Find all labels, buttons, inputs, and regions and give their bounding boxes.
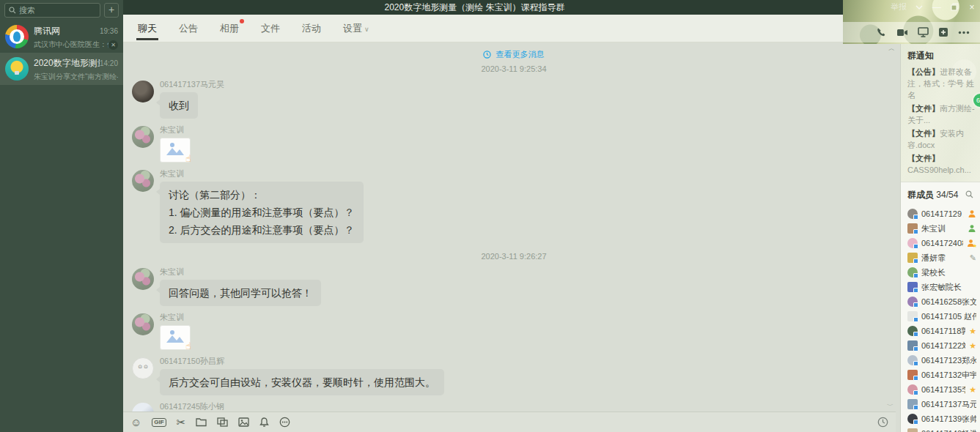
tab-announcements[interactable]: 公告: [177, 15, 199, 42]
avatar: [907, 428, 918, 432]
skin-decoration: 举报 — ×: [843, 0, 980, 44]
tab-albums[interactable]: 相册: [218, 15, 240, 42]
load-more-messages-link[interactable]: 查看更多消息: [132, 47, 896, 62]
message-bubble[interactable]: 后方交会可自由设站，安装仪器，要顺时针，使用范围大。: [160, 369, 444, 395]
image-placeholder-icon: [166, 141, 185, 156]
scroll-down-icon[interactable]: ﹀: [887, 401, 894, 411]
avatar[interactable]: [132, 357, 154, 379]
avatar[interactable]: [132, 170, 154, 192]
send-image-icon[interactable]: [238, 417, 249, 427]
image-attachment[interactable]: ☝: [160, 325, 191, 350]
send-file-icon[interactable]: [196, 418, 207, 427]
notice-item[interactable]: 【公告】进群改备注，格式：学号 姓名: [907, 66, 980, 101]
notice-item[interactable]: 【文件】CASS90help.ch...: [907, 152, 980, 176]
capture-window-icon[interactable]: [217, 417, 228, 427]
chat-list-item-tencent[interactable]: 腾讯网 19:36 武汉市中心医院医生：传... ✕: [0, 21, 123, 53]
scroll-up-icon[interactable]: ︿: [888, 44, 895, 53]
report-link[interactable]: 举报: [891, 1, 907, 12]
message: 朱宝训 ☝: [132, 312, 896, 350]
message-list[interactable]: 查看更多消息 2020-3-11 9:25:34 061417137马元昊 收到…: [123, 42, 896, 411]
avatar[interactable]: [132, 313, 154, 335]
member-row[interactable]: 061417122刘洋★: [901, 338, 980, 353]
member-row[interactable]: 061417137马元昊: [901, 397, 980, 411]
dismiss-icon[interactable]: ✕: [108, 40, 118, 50]
chat-preview: 武汉市中心医院医生：传...: [34, 40, 108, 50]
chat-list-item-course-group[interactable]: 2020数字地形测量（ 14:20 朱宝训分享文件“南方测绘-关...: [0, 53, 123, 85]
timestamp: 2020-3-11 9:25:34: [132, 62, 896, 76]
avatar[interactable]: [132, 126, 154, 148]
admin-icon: [968, 224, 976, 233]
add-app-icon[interactable]: [938, 27, 948, 37]
video-call-icon[interactable]: [896, 28, 908, 37]
group-tabbar: 聊天 公告 相册 文件 活动 设置∨: [123, 15, 843, 42]
member-row[interactable]: 061417123郑永康: [901, 353, 980, 368]
pointer-hand-icon: ☝: [185, 153, 191, 164]
image-attachment[interactable]: ☝: [160, 138, 191, 163]
message-input-toolbar: ☺ GIF ✂: [123, 411, 896, 432]
sender-name: 061417245陈小钢: [160, 401, 495, 411]
search-input[interactable]: 搜索: [4, 3, 100, 18]
member-row[interactable]: 梁校长: [901, 265, 980, 280]
call-toolbar: [843, 22, 980, 42]
more-tools-icon[interactable]: [279, 417, 290, 428]
screen-share-icon[interactable]: [918, 27, 929, 37]
group-title: 2020数字地形测量（测绘 朱宝训）课程指导群: [123, 0, 826, 15]
member-row[interactable]: 061417132申宇: [901, 368, 980, 382]
screenshot-icon[interactable]: ✂: [177, 417, 186, 428]
notice-item[interactable]: 【文件】南方测绘-关于...: [907, 103, 980, 126]
message-bubble[interactable]: 收到: [160, 92, 198, 119]
sender-name: 061417137马元昊: [160, 79, 224, 90]
message: 061417137马元昊 收到: [132, 79, 896, 119]
voice-call-icon[interactable]: [876, 27, 887, 38]
typing-pencil-icon: ✎: [970, 253, 976, 263]
group-side-panel: 群通知 【公告】进群改备注，格式：学号 姓名 【文件】南方测绘-关于... 【文…: [900, 44, 980, 432]
member-row[interactable]: 潘妍霏✎: [901, 250, 980, 265]
message: 朱宝训 回答问题，其他同学可以抢答！: [132, 267, 896, 306]
message-history-icon[interactable]: [877, 417, 888, 428]
avatar: [907, 238, 918, 248]
image-placeholder-icon: [166, 329, 185, 343]
avatar: [907, 282, 918, 292]
avatar[interactable]: [132, 268, 154, 290]
tab-chat[interactable]: 聊天: [136, 15, 158, 42]
tab-activities[interactable]: 活动: [301, 15, 323, 42]
search-icon: [9, 7, 16, 14]
message-bubble[interactable]: 讨论（第二部分）： 1. 偏心测量的用途和注意事项（要点）？ 2. 后方交会的用…: [160, 182, 364, 243]
member-row[interactable]: 061417135李昊★: [901, 382, 980, 397]
sender-name: 朱宝训: [160, 124, 191, 135]
create-chat-button[interactable]: +: [104, 3, 119, 18]
avatar: [907, 399, 918, 409]
close-button[interactable]: ×: [967, 2, 977, 12]
tab-settings[interactable]: 设置∨: [342, 15, 371, 42]
avatar[interactable]: [132, 403, 154, 411]
member-row[interactable]: 061417129 王培: [901, 206, 980, 221]
member-row[interactable]: 061417140杨浩楠: [901, 426, 980, 432]
member-row[interactable]: 061416258张文君: [901, 294, 980, 309]
member-row[interactable]: 061417139张帅: [901, 411, 980, 426]
emoji-icon[interactable]: ☺: [130, 417, 141, 428]
chat-name: 腾讯网: [34, 25, 60, 37]
chevron-down-icon[interactable]: [914, 2, 924, 12]
search-placeholder: 搜索: [19, 5, 35, 16]
member-search-icon[interactable]: [965, 190, 973, 201]
sender-name: 朱宝训: [160, 168, 364, 179]
tab-files[interactable]: 文件: [259, 15, 281, 42]
member-row[interactable]: 061417105 赵伟晔: [901, 309, 980, 324]
avatar[interactable]: [132, 81, 154, 103]
avatar: [907, 311, 918, 321]
group-notice-card[interactable]: 群通知 【公告】进群改备注，格式：学号 姓名 【文件】南方测绘-关于... 【文…: [901, 44, 980, 182]
member-row[interactable]: 朱宝训: [901, 221, 980, 236]
minimize-button[interactable]: —: [932, 2, 942, 12]
notice-item[interactable]: 【文件】安装内容.docx: [907, 127, 980, 151]
tencent-news-avatar: [5, 25, 29, 48]
member-row[interactable]: 张宏敏院长: [901, 280, 980, 294]
message-bubble[interactable]: 回答问题，其他同学可以抢答！: [160, 280, 321, 306]
more-actions-icon[interactable]: [958, 31, 970, 34]
restore-button[interactable]: [949, 2, 959, 12]
gif-icon[interactable]: GIF: [152, 418, 166, 427]
member-row[interactable]: 061417240杨若★: [901, 236, 980, 250]
member-row[interactable]: 061417118郭宇★: [901, 324, 980, 338]
avatar: [907, 414, 918, 424]
avatar: [907, 209, 918, 219]
nudge-bell-icon[interactable]: [259, 417, 269, 428]
